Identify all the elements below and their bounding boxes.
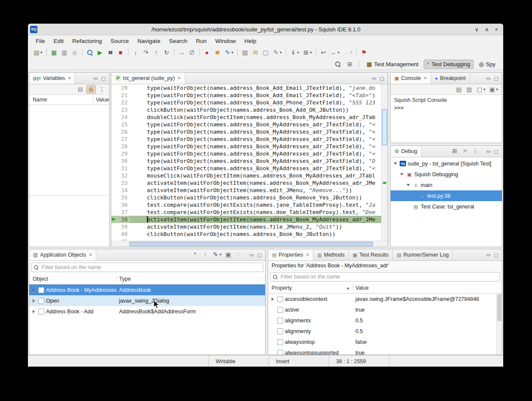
object-checkbox[interactable] [38,298,44,304]
expander-icon[interactable] [31,309,37,314]
last-edit-location-button[interactable]: ↩ [319,48,328,57]
column-object[interactable]: Object [29,276,116,282]
property-checkbox[interactable] [277,339,283,345]
vertical-scroll-thumb[interactable] [382,109,387,145]
object-row-open[interactable]: Openjavax_swing_JDialog [29,295,265,306]
close-tab-icon[interactable]: × [68,75,71,81]
maximize-button[interactable]: ∧ [485,27,489,32]
expander-icon[interactable] [399,171,404,177]
properties-scrollbar[interactable] [496,294,502,355]
close-tab-icon[interactable]: × [89,252,92,258]
annotate-button[interactable]: ✎▾ [271,48,283,57]
goto-line-button[interactable]: ⇓▾ [289,48,301,57]
object-checkbox[interactable] [38,287,44,293]
property-row-alwaysontopsupported[interactable]: alwaysontopsupportedtrue [268,347,502,355]
tab-breakpoint[interactable]: ●Breakpoint [431,73,470,84]
editor-vertical-scrollbar[interactable] [381,84,388,242]
minimize-icon[interactable]: ▭ [93,76,98,81]
tab-properties[interactable]: ▤Properties× [268,249,313,260]
code-line-26[interactable]: 26 type(waitForObject(names.address_Book… [111,128,382,135]
maximize-icon[interactable]: ▢ [494,76,498,81]
display-console-button[interactable]: ▢▾ [475,86,486,93]
code-line-36[interactable]: 36 test.compare(waitForObjectExists(name… [111,201,382,208]
menu-refactoring[interactable]: Refactoring [68,37,106,46]
collapse-all-button[interactable]: ⊟ [76,86,85,93]
code-line-34[interactable]: 34 activateItem(waitForObjectItem(names.… [111,187,382,194]
stop-button[interactable]: ■ [116,48,125,57]
variables-table[interactable] [29,105,109,247]
column-name[interactable]: Name [29,97,93,103]
code-line-37[interactable]: 37 test.compare(waitForObjectExists(name… [111,208,382,216]
copy-button[interactable]: ▥ [60,48,69,57]
property-row-alwaysontop[interactable]: alwaysontopfalse [268,337,502,347]
view-menu-button[interactable]: ⋮ [471,147,480,155]
code-line-38[interactable]: 38 activateItem(waitForObjectItem(names.… [111,216,382,223]
console-prompt[interactable]: >>> [391,104,502,112]
pin-editor-button[interactable]: ⚑ [359,48,369,57]
code-line-30[interactable]: 30 type(waitForObject(names.address_Book… [111,157,382,165]
property-checkbox[interactable] [277,296,283,302]
clear-console-button[interactable]: ▤ [455,86,463,93]
menu-search[interactable]: Search [165,37,192,46]
verification-point-button[interactable]: ✎▾ [223,48,235,57]
property-checkbox[interactable] [277,307,283,313]
perspective-spy[interactable]: ◎Spy [475,60,499,69]
debug-node-test-case-tst-general[interactable]: ▤Test Case: tst_general [391,201,502,212]
menu-navigate[interactable]: Navigate [133,37,165,46]
menu-edit[interactable]: Edit [49,37,68,46]
code-line-35[interactable]: 35 clickButton(waitForObject(names.addre… [111,194,382,201]
object-row-address-book-myaddresses-adr[interactable]: Address Book - MyAddresses_adrAddressBoo… [29,285,265,295]
menu-window[interactable]: Window [211,37,240,46]
debug-node-suite-py-tst-general-squish-test[interactable]: sqsuite_py - tst_general [Squish Test] [391,158,502,169]
remove-terminated-button[interactable]: ✕ [461,147,469,155]
tab-variables[interactable]: (x)= Variables × [29,73,75,84]
tab-test-results[interactable]: ▦Test Results [349,249,393,260]
code-line-24[interactable]: 24 doubleClick(waitForObjectItem(names.a… [111,113,382,121]
title-bar[interactable]: SQ /home/ezust/tmp/squish/addressbook/su… [28,24,503,35]
perspective-test-management[interactable]: ▦Test Management [363,60,422,69]
property-checkbox[interactable] [277,318,283,324]
minimize-icon[interactable]: ▭ [486,149,490,154]
app-objects-filter-input[interactable] [31,263,263,272]
close-tab-icon[interactable]: × [178,75,181,81]
menu-help[interactable]: Help [240,37,261,46]
menu-file[interactable]: File [31,37,49,46]
close-button[interactable]: × [495,27,498,32]
code-line-23[interactable]: 23 clickButton(waitForObject(names.addre… [111,106,382,113]
grab-screenshot-button[interactable]: ▣ [224,251,232,258]
tab-debug[interactable]: ⚙ Debug [391,146,422,157]
new-button[interactable]: ▤▾ [32,48,44,57]
code-line-39[interactable]: 39 activateItem(waitForObjectItem(names.… [111,223,382,230]
find-object-button[interactable] [85,48,95,57]
code-line-31[interactable]: 31 type(waitForObject(names.address_Book… [111,165,382,172]
code-editor[interactable]: 20 type(waitForObject(names.address_Book… [111,84,388,242]
code-line-32[interactable]: 32 mouseClick(waitForObjectItem(names.ad… [111,172,382,179]
record-button[interactable]: ● [202,48,212,57]
minimize-button[interactable]: ∨ [474,27,479,32]
maximize-icon[interactable]: ▢ [494,252,498,258]
property-checkbox[interactable] [277,350,283,355]
object-checkbox[interactable] [38,309,44,315]
view-menu-button[interactable]: ⋮ [98,86,106,93]
code-line-21[interactable]: 21 type(waitForObject(names.address_Book… [111,92,382,99]
maximize-icon[interactable]: ▢ [494,149,498,154]
code-line-22[interactable]: 22 type(waitForObject(names.address_Book… [111,99,382,106]
minimize-icon[interactable]: ▭ [486,76,490,81]
property-row-active[interactable]: activetrue [268,304,502,315]
tab-application-objects[interactable]: ▧ Application Objects × [29,249,96,260]
code-line-40[interactable]: 40 clickButton(waitForObject(names.addre… [111,230,382,238]
code-line-29[interactable]: 29 type(waitForObject(names.address_Book… [111,150,382,157]
close-tab-icon[interactable]: × [306,252,309,258]
column-property[interactable]: Property ▲ [268,285,353,291]
column-value[interactable]: Value [93,97,109,103]
properties-scroll-thumb[interactable] [497,294,501,321]
open-console-button[interactable]: ▣▾ [488,86,499,93]
debug-node-squish-debugging[interactable]: ▣Squish Debugging [391,169,502,180]
debug-node-test-py-38[interactable]: →test.py:38 [391,190,502,201]
expander-icon[interactable] [392,161,398,166]
property-checkbox[interactable] [277,328,283,334]
object-row-address-book-add[interactable]: Address Book - AddAddressBook$AddAddress… [29,306,265,317]
run-to-line-button[interactable]: → [177,48,187,57]
code-line-20[interactable]: 20 type(waitForObject(names.address_Book… [111,84,382,92]
connect-button[interactable]: ⊞ [450,147,459,155]
